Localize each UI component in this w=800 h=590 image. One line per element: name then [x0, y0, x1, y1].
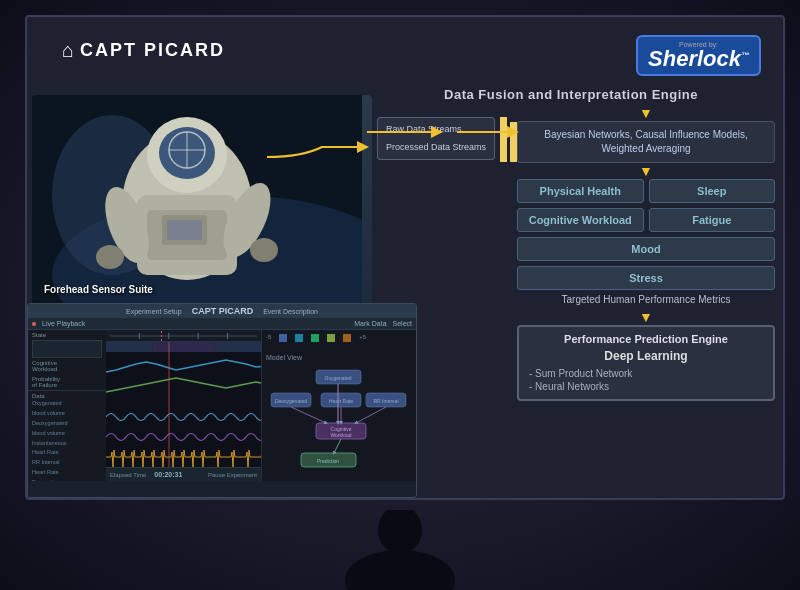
bayesian-text: Bayesian Networks, Causal Influence Mode…	[544, 129, 747, 154]
ch-hr: Heart Rate	[32, 468, 102, 478]
svg-text:Heart Rate: Heart Rate	[329, 398, 353, 404]
elapsed-label: Elapsed Time	[110, 472, 146, 478]
svg-rect-13	[167, 220, 202, 240]
state-bar	[32, 340, 102, 358]
ppe-title: Performance Prediction Engine	[529, 333, 763, 345]
sherlock-badge: Powered by: Sherlock™	[636, 35, 761, 76]
legend-swatch-4	[327, 334, 335, 342]
elapsed-value: 00:20:31	[154, 471, 182, 478]
data-fusion-title: Data Fusion and Interpretation Engine	[444, 87, 698, 102]
svg-line-46	[356, 407, 386, 423]
svg-text:Deoxygenated: Deoxygenated	[275, 398, 307, 404]
bayesian-container: ▼ Bayesian Networks, Causal Influence Mo…	[517, 105, 775, 401]
legend-p5: +5	[359, 334, 366, 342]
metric-physical-health: Physical Health	[517, 179, 644, 203]
ppe-box: Performance Prediction Engine Deep Learn…	[517, 325, 775, 401]
astronaut-photo: Forehead Sensor Suite	[32, 95, 372, 310]
model-graph-svg: Oxygenated Deoxygenated Heart Rate RR In…	[266, 368, 411, 478]
metric-sleep: Sleep	[649, 179, 776, 203]
rec-dot	[32, 322, 36, 326]
svg-rect-19	[510, 122, 517, 162]
svg-rect-18	[500, 117, 507, 162]
ppe-item-2: - Neural Networks	[529, 380, 763, 393]
mark-data-btn[interactable]: Mark Data	[354, 320, 386, 327]
deep-learning-title: Deep Learning	[529, 349, 763, 363]
ch-oxygenated: Oxygenatedblood volume	[32, 399, 102, 419]
svg-point-10	[96, 245, 124, 269]
legend-swatch-3	[311, 334, 319, 342]
pf-channel: Probabilityof Failure	[32, 376, 102, 388]
svg-text:Oxygenated: Oxygenated	[325, 375, 352, 381]
waveform-area: Elapsed Time 00:20:31 Pause Experiment	[106, 330, 261, 481]
svg-point-50	[345, 550, 455, 590]
sherlock-name: Sherlock™	[648, 46, 749, 71]
svg-text:Workload: Workload	[330, 432, 351, 438]
tab-experiment-setup[interactable]: Experiment Setup	[126, 308, 182, 315]
svg-rect-28	[215, 342, 262, 352]
metric-mood: Mood	[517, 237, 775, 261]
timeline-ruler	[106, 330, 261, 342]
waveforms-svg	[106, 342, 261, 481]
svg-point-11	[250, 238, 278, 262]
forehead-label: Forehead Sensor Suite	[44, 284, 153, 295]
ch-heart-rate: InstantaneousHeart Rate	[32, 439, 102, 459]
dashboard-content: State CognitiveWorkload Probabilityof Fa…	[28, 330, 416, 481]
astronaut-image: Forehead Sensor Suite	[32, 95, 372, 310]
dashboard: Experiment Setup CAPT PICARD Event Descr…	[27, 303, 417, 498]
silhouette-svg	[300, 510, 500, 590]
legend-swatch-1	[279, 334, 287, 342]
bayesian-box: Bayesian Networks, Causal Influence Mode…	[517, 121, 775, 163]
svg-line-44	[291, 407, 326, 423]
ch-deoxygenated: Deoxygenatedblood volume	[32, 419, 102, 439]
svg-point-49	[378, 510, 422, 554]
ch-respiration: Respiration	[32, 478, 102, 481]
svg-text:RR Interval: RR Interval	[373, 398, 398, 404]
live-playback-btn[interactable]: Live Playback	[42, 320, 85, 327]
model-legend: -5 +5	[266, 334, 412, 342]
data-streams-container: Raw Data Streams Processed Data Streams	[367, 112, 495, 160]
ppe-arrow-down: ▼	[517, 309, 775, 325]
logo-hat-icon: ⌂	[62, 39, 74, 62]
svg-text:Prediction: Prediction	[317, 458, 339, 464]
app-title: CAPT PICARD	[80, 40, 225, 61]
presentation-screen: ⌂ CAPT PICARD Powered by: Sherlock™ Data…	[25, 15, 785, 500]
metric-cognitive-workload: Cognitive Workload	[517, 208, 644, 232]
pause-btn[interactable]: Pause Experiment	[208, 472, 257, 478]
model-view-label: Model View	[266, 354, 302, 361]
ch-rr-interval: RR Interval	[32, 458, 102, 468]
stream-arrow-svg	[367, 112, 477, 182]
dashboard-toolbar: Live Playback Mark Data Select	[28, 318, 416, 330]
targeted-label: Targeted Human Performance Metrics	[517, 290, 775, 309]
logo-area: ⌂ CAPT PICARD	[62, 39, 225, 62]
svg-rect-26	[106, 342, 153, 352]
astronaut-svg	[32, 95, 362, 310]
silhouette-area	[0, 510, 800, 590]
legend-swatch-5	[343, 334, 351, 342]
metric-stress: Stress	[517, 266, 775, 290]
legend-swatch-2	[295, 334, 303, 342]
metric-fatigue: Fatigue	[649, 208, 776, 232]
data-section: Data Oxygenatedblood volume Deoxygenated…	[28, 391, 106, 481]
metrics-grid: Physical Health Sleep Cognitive Workload…	[517, 179, 775, 290]
channel-labels: State CognitiveWorkload Probabilityof Fa…	[28, 330, 106, 481]
state-label: State	[32, 332, 102, 338]
dashboard-title: CAPT PICARD	[192, 306, 254, 316]
select-btn[interactable]: Select	[393, 320, 412, 327]
tab-event-description[interactable]: Event Description	[263, 308, 318, 315]
ruler-svg	[110, 331, 257, 341]
metrics-arrow-down: ▼	[517, 163, 775, 179]
legend-m5: -5	[266, 334, 271, 342]
state-section: State CognitiveWorkload Probabilityof Fa…	[28, 330, 106, 391]
bottom-bar: Elapsed Time 00:20:31 Pause Experiment	[106, 467, 261, 481]
dashboard-header: Experiment Setup CAPT PICARD Event Descr…	[28, 304, 416, 318]
ppe-item-1: - Sum Product Network	[529, 367, 763, 380]
svg-line-47	[334, 439, 341, 453]
model-view-panel: -5 +5 Model View Oxygenated Deoxygenated	[261, 330, 416, 481]
svg-rect-27	[153, 342, 215, 352]
cw-channel: CognitiveWorkload	[32, 360, 102, 372]
channel-list: Oxygenatedblood volume Deoxygenatedblood…	[32, 399, 102, 481]
bayesian-arrow-down: ▼	[517, 105, 775, 121]
